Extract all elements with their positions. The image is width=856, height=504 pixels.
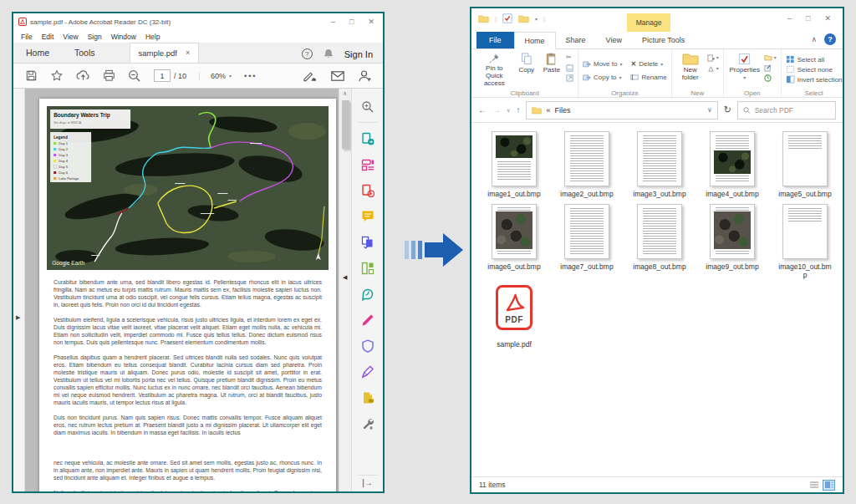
file-item[interactable]: image8_out.bmp [624, 204, 696, 279]
zoom-dropdown-icon[interactable]: ▾ [229, 73, 232, 79]
address-dropdown-icon[interactable]: ∨ [707, 106, 712, 114]
tab-home[interactable]: Home [13, 43, 62, 63]
protect-icon[interactable] [359, 333, 377, 359]
easy-access-button[interactable]: ▾ [707, 64, 719, 73]
file-item[interactable]: image7_out.bmp [551, 204, 623, 279]
export-pdf-icon[interactable] [359, 125, 377, 151]
tab-close-icon[interactable]: × [186, 43, 190, 63]
file-item[interactable]: image4_out.bmp [696, 131, 768, 198]
account-icon[interactable] [358, 69, 371, 83]
star-icon[interactable] [50, 69, 64, 82]
rename-button[interactable]: Rename [630, 74, 666, 81]
fill-sign-pen-icon[interactable] [303, 70, 318, 82]
maximize-button[interactable]: □ [806, 14, 810, 23]
file-item[interactable]: image2_out.bmp [551, 131, 623, 198]
toolbar-overflow-icon[interactable]: ••• [244, 72, 257, 80]
search-box[interactable] [737, 101, 836, 120]
invert-selection-button[interactable]: Invert selection [786, 75, 843, 84]
new-item-button[interactable]: ▾ [707, 53, 719, 62]
help-icon[interactable]: ? [302, 48, 313, 59]
properties-check-icon[interactable] [502, 13, 512, 23]
menu-file[interactable]: File [21, 33, 33, 41]
tab-file[interactable]: File [476, 32, 514, 48]
scroll-up-icon[interactable]: ∧ [343, 90, 347, 97]
edit-button[interactable] [764, 64, 777, 72]
tools-panel-collapse-icon[interactable]: ◀ [343, 274, 347, 281]
history-button[interactable] [764, 74, 777, 82]
file-item[interactable]: image10_out.bmp [769, 204, 841, 279]
tools-panel-expand-icon[interactable]: |→ [362, 478, 373, 487]
new-folder-button[interactable]: New folder [676, 52, 705, 88]
ribbon-collapse-icon[interactable]: ∧ [811, 35, 817, 43]
maximize-button[interactable]: □ [349, 18, 354, 26]
zoom-out-icon[interactable] [128, 69, 141, 83]
tab-picture-tools[interactable]: Picture Tools [632, 32, 695, 48]
email-icon[interactable] [331, 71, 344, 81]
zoom-control[interactable]: 60% ▾ [199, 72, 232, 80]
pin-to-quick-access-button[interactable]: Pin to Quick access [476, 52, 513, 88]
recent-locations-icon[interactable]: ∨ [507, 107, 510, 113]
comment-icon[interactable] [359, 203, 377, 229]
stamp-icon[interactable] [359, 384, 377, 410]
move-to-button[interactable]: Move to▾ [583, 60, 622, 68]
bell-icon[interactable] [324, 48, 334, 59]
folder-icon[interactable] [518, 14, 529, 23]
menu-sign[interactable]: Sign [88, 33, 102, 41]
menu-window[interactable]: Window [111, 33, 136, 41]
copy-button[interactable]: Copy [516, 52, 538, 88]
copy-to-button[interactable]: Copy to▾ [583, 74, 622, 81]
cut-button[interactable]: ✂ [566, 53, 573, 62]
print-icon[interactable] [103, 69, 115, 82]
paste-shortcut-button[interactable] [566, 74, 573, 82]
address-input[interactable]: « Files ∨ [526, 101, 717, 120]
current-page-input[interactable]: 1 [154, 69, 171, 82]
copy-path-button[interactable] [566, 64, 573, 72]
forward-button[interactable]: → [492, 105, 501, 115]
menu-view[interactable]: View [63, 33, 78, 41]
more-tools-icon[interactable] [359, 410, 377, 436]
file-item[interactable]: image5_out.bmp [769, 131, 841, 198]
search-plus-icon[interactable] [359, 94, 377, 120]
minimize-button[interactable]: – [787, 14, 792, 23]
share-upload-icon[interactable] [76, 69, 90, 82]
tab-tools[interactable]: Tools [62, 43, 108, 63]
explorer-help-icon[interactable]: ? [824, 33, 836, 45]
scrollbar-thumb[interactable] [342, 100, 349, 149]
folder-icon[interactable] [478, 14, 489, 23]
close-button[interactable]: ✕ [368, 18, 374, 26]
open-button[interactable]: ▾ [764, 53, 777, 62]
file-item[interactable]: image9_out.bmp [696, 204, 768, 279]
tab-document[interactable]: sample.pdf × [130, 43, 200, 63]
edit-pdf-icon[interactable] [359, 151, 377, 177]
certificates-icon[interactable] [359, 359, 377, 384]
contextual-tab-manage[interactable]: Manage [627, 13, 670, 32]
tab-view[interactable]: View [596, 32, 632, 48]
delete-button[interactable]: ✕Delete▾ [630, 60, 666, 68]
breadcrumb-prefix[interactable]: « [546, 106, 550, 115]
close-button[interactable]: ✕ [824, 14, 831, 23]
breadcrumb-location[interactable]: Files [554, 106, 570, 115]
file-item[interactable]: PDFsample.pdf [478, 285, 550, 349]
details-view-button[interactable] [808, 480, 820, 491]
paste-button[interactable]: Paste [540, 52, 563, 88]
fill-and-sign-icon[interactable] [359, 307, 377, 333]
file-list-area[interactable]: image1_out.bmpimage2_out.bmpimage3_out.b… [471, 123, 843, 476]
document-canvas[interactable]: Boundary Waters Trip Six days in BWCA Le… [25, 89, 339, 491]
properties-button[interactable]: Properties▾ [728, 52, 762, 88]
file-item[interactable]: image6_out.bmp [478, 204, 550, 279]
combine-files-icon[interactable] [359, 229, 377, 255]
back-button[interactable]: ← [478, 105, 487, 115]
file-item[interactable]: image1_out.bmp [478, 131, 550, 198]
file-item[interactable]: image3_out.bmp [624, 131, 696, 198]
vertical-scrollbar[interactable]: ∧ [339, 89, 351, 491]
sign-in-button[interactable]: Sign In [344, 49, 373, 59]
thumbnail-view-button[interactable] [823, 480, 835, 491]
up-button[interactable]: ↑ [516, 105, 520, 115]
create-pdf-icon[interactable] [359, 177, 377, 203]
select-none-button[interactable]: Select none [786, 65, 843, 74]
menu-help[interactable]: Help [145, 33, 160, 41]
select-all-button[interactable]: Select all [786, 55, 843, 64]
tab-home[interactable]: Home [514, 32, 556, 49]
nav-pane-expand-icon[interactable]: ▶ [16, 314, 20, 321]
tab-share[interactable]: Share [556, 32, 596, 48]
